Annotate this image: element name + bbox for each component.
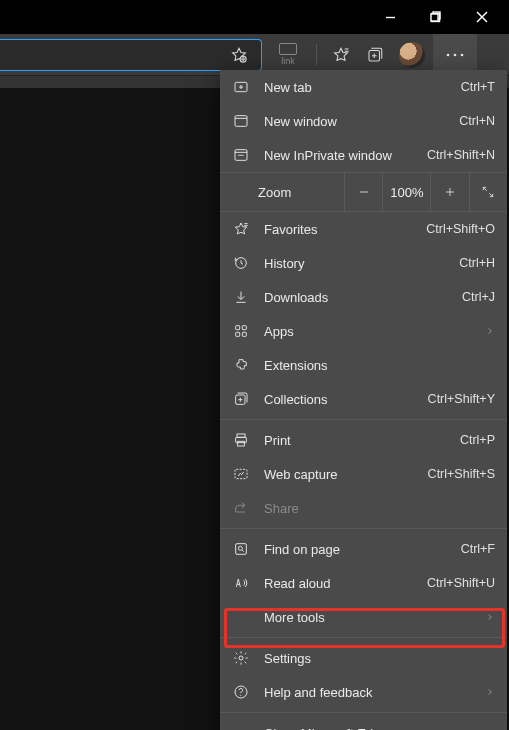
collections-button[interactable] xyxy=(359,39,391,71)
window-close-button[interactable] xyxy=(459,1,505,33)
favorites-button[interactable] xyxy=(325,39,357,71)
menu-item-label: Print xyxy=(264,433,448,448)
menu-item-shortcut: Ctrl+Shift+N xyxy=(427,148,495,162)
menu-item-label: Downloads xyxy=(264,290,450,305)
menu-item-more-tools[interactable]: More tools xyxy=(220,600,507,634)
menu-item-print[interactable]: PrintCtrl+P xyxy=(220,423,507,457)
menu-item-collections[interactable]: CollectionsCtrl+Shift+Y xyxy=(220,382,507,416)
menu-item-shortcut: Ctrl+N xyxy=(459,114,495,128)
menu-item-label: Collections xyxy=(264,392,416,407)
menu-item-label: Find on page xyxy=(264,542,449,557)
menu-item-label: Web capture xyxy=(264,467,416,482)
svg-line-48 xyxy=(242,550,244,552)
menu-separator xyxy=(220,419,507,420)
svg-point-17 xyxy=(461,53,464,56)
svg-rect-46 xyxy=(236,544,247,555)
svg-rect-44 xyxy=(238,441,245,446)
fullscreen-button[interactable] xyxy=(469,173,507,211)
extensions-icon xyxy=(230,357,252,373)
zoom-in-button[interactable] xyxy=(430,173,468,211)
print-icon xyxy=(230,432,252,448)
menu-item-apps[interactable]: Apps xyxy=(220,314,507,348)
menu-item-shortcut: Ctrl+P xyxy=(460,433,495,447)
toolbar-separator xyxy=(316,44,317,66)
menu-item-settings[interactable]: Settings xyxy=(220,641,507,675)
new-tab-icon xyxy=(230,79,252,95)
menu-item-new-window[interactable]: New windowCtrl+N xyxy=(220,104,507,138)
svg-point-15 xyxy=(447,53,450,56)
svg-rect-4 xyxy=(431,14,438,21)
menu-item-shortcut: Ctrl+Shift+S xyxy=(428,467,495,481)
menu-item-label: Extensions xyxy=(264,358,495,373)
svg-rect-36 xyxy=(242,326,246,330)
apps-icon xyxy=(230,323,252,339)
menu-item-label: More tools xyxy=(264,610,469,625)
share-icon xyxy=(230,500,252,516)
menu-item-new-inprivate-window[interactable]: New InPrivate windowCtrl+Shift+N xyxy=(220,138,507,172)
menu-item-help-and-feedback[interactable]: Help and feedback xyxy=(220,675,507,709)
link-drop-button[interactable]: link xyxy=(268,39,308,71)
svg-rect-23 xyxy=(235,150,247,161)
zoom-label: Zoom xyxy=(220,185,344,200)
menu-item-read-aloud[interactable]: Read aloudCtrl+Shift+U xyxy=(220,566,507,600)
window-maximize-button[interactable] xyxy=(413,1,459,33)
menu-separator xyxy=(220,637,507,638)
svg-point-51 xyxy=(240,695,241,696)
menu-item-label: New window xyxy=(264,114,447,129)
favorites-star-icon xyxy=(230,221,252,237)
history-icon xyxy=(230,255,252,271)
profile-avatar[interactable] xyxy=(399,42,425,68)
new-window-icon xyxy=(230,113,252,129)
svg-point-49 xyxy=(239,656,243,660)
menu-item-label: History xyxy=(264,256,447,271)
settings-gear-icon xyxy=(230,650,252,666)
menu-item-label: Apps xyxy=(264,324,469,339)
find-icon xyxy=(230,541,252,557)
menu-item-favorites[interactable]: FavoritesCtrl+Shift+O xyxy=(220,212,507,246)
menu-item-extensions[interactable]: Extensions xyxy=(220,348,507,382)
menu-item-label: Help and feedback xyxy=(264,685,469,700)
svg-rect-38 xyxy=(242,332,246,336)
capture-icon xyxy=(230,466,252,482)
link-drop-label: link xyxy=(279,57,297,66)
menu-item-label: New tab xyxy=(264,80,449,95)
menu-item-history[interactable]: HistoryCtrl+H xyxy=(220,246,507,280)
add-favorite-icon[interactable] xyxy=(223,39,255,71)
menu-item-downloads[interactable]: DownloadsCtrl+J xyxy=(220,280,507,314)
menu-separator xyxy=(220,712,507,713)
menu-item-shortcut: Ctrl+T xyxy=(461,80,495,94)
menu-item-shortcut: Ctrl+J xyxy=(462,290,495,304)
help-icon xyxy=(230,684,252,700)
menu-item-new-tab[interactable]: New tabCtrl+T xyxy=(220,70,507,104)
readaloud-icon xyxy=(230,575,252,591)
window-minimize-button[interactable] xyxy=(367,1,413,33)
svg-line-28 xyxy=(484,187,488,191)
address-bar[interactable] xyxy=(0,39,262,71)
svg-rect-35 xyxy=(236,326,240,330)
downloads-icon xyxy=(230,289,252,305)
svg-point-16 xyxy=(454,53,457,56)
menu-item-shortcut: Ctrl+H xyxy=(459,256,495,270)
svg-rect-42 xyxy=(237,434,245,437)
menu-item-label: New InPrivate window xyxy=(264,148,415,163)
zoom-value: 100% xyxy=(382,173,430,211)
menu-item-label: Read aloud xyxy=(264,576,415,591)
menu-item-label: Favorites xyxy=(264,222,414,237)
menu-item-shortcut: Ctrl+Shift+Y xyxy=(428,392,495,406)
window-titlebar xyxy=(0,0,509,34)
inprivate-icon xyxy=(230,147,252,163)
menu-item-label: Close Microsoft Edge xyxy=(264,726,495,731)
menu-item-find-on-page[interactable]: Find on pageCtrl+F xyxy=(220,532,507,566)
svg-line-29 xyxy=(489,193,493,197)
menu-item-shortcut: Ctrl+F xyxy=(461,542,495,556)
more-menu: New tabCtrl+TNew windowCtrl+NNew InPriva… xyxy=(220,70,507,730)
zoom-row: Zoom 100% xyxy=(220,172,507,212)
svg-rect-37 xyxy=(236,332,240,336)
chevron-right-icon xyxy=(481,610,495,625)
menu-item-shortcut: Ctrl+Shift+U xyxy=(427,576,495,590)
menu-item-close-microsoft-edge[interactable]: Close Microsoft Edge xyxy=(220,716,507,730)
svg-point-47 xyxy=(238,546,242,550)
menu-item-share: Share xyxy=(220,491,507,525)
zoom-out-button[interactable] xyxy=(344,173,382,211)
menu-item-web-capture[interactable]: Web captureCtrl+Shift+S xyxy=(220,457,507,491)
